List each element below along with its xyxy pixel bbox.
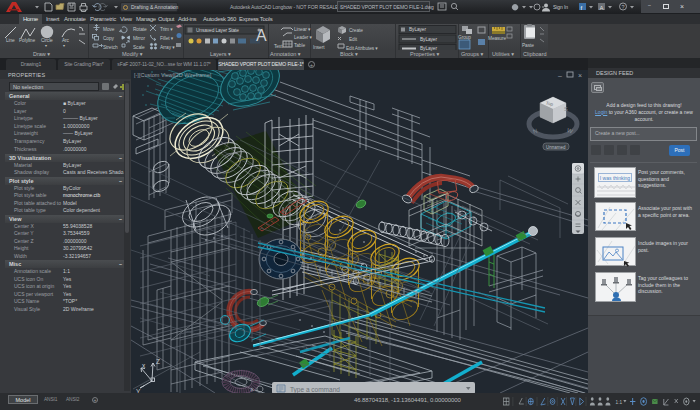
svg-text:Z: Z xyxy=(156,358,160,365)
svg-text:S: S xyxy=(564,106,568,112)
svg-text:–: – xyxy=(558,72,562,79)
svg-text:×: × xyxy=(250,386,254,393)
svg-text:[-][Custom View][2D Wireframe]: [-][Custom View][2D Wireframe] xyxy=(134,72,212,78)
svg-text:A: A xyxy=(256,27,267,44)
svg-text:Type a command: Type a command xyxy=(290,386,340,394)
svg-text:A: A xyxy=(600,5,604,11)
svg-text:?: ? xyxy=(622,4,625,10)
svg-text:Unnamed: Unnamed xyxy=(546,145,566,150)
svg-text:1:1: 1:1 xyxy=(616,398,622,405)
svg-text:×: × xyxy=(578,72,582,79)
